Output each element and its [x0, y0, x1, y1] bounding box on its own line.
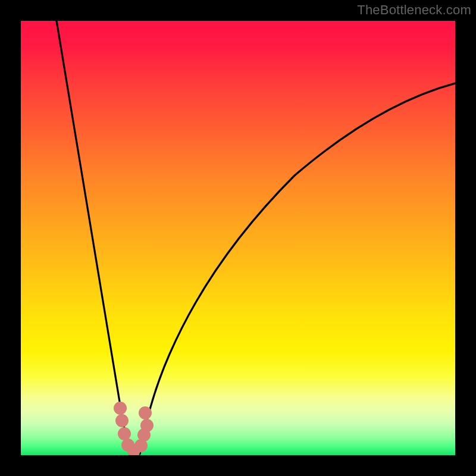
marker-dot [114, 402, 127, 415]
curve-right-arm [140, 83, 455, 454]
watermark-text: TheBottleneck.com [357, 2, 471, 18]
frame: TheBottleneck.com [0, 0, 476, 476]
marker-cluster [114, 402, 154, 455]
marker-dot [140, 419, 154, 432]
marker-dot [118, 427, 131, 440]
marker-dot [139, 406, 152, 419]
chart-svg [21, 21, 455, 455]
marker-dot [115, 414, 129, 427]
curve-left-arm [57, 21, 130, 454]
plot-area [21, 21, 455, 455]
